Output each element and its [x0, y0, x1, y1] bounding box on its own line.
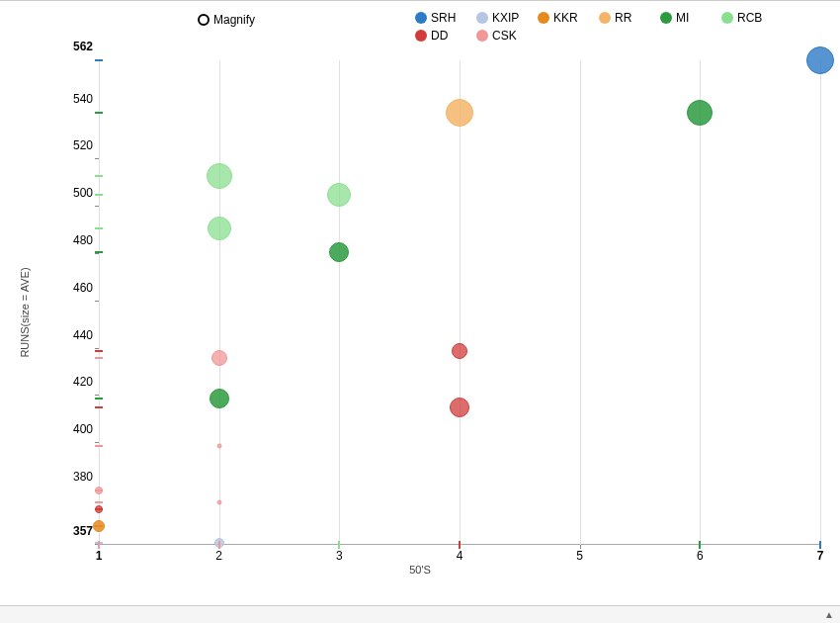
y-tick-mark [95, 301, 99, 302]
x-rug-mark [218, 541, 220, 549]
y-rug-mark [95, 445, 103, 447]
y-rug-mark [95, 490, 103, 491]
data-point-rr[interactable] [446, 99, 473, 127]
x-rug-mark [819, 541, 821, 549]
y-tick-mark [95, 253, 99, 254]
legend-label: DD [431, 29, 448, 43]
y-rug-mark [95, 357, 103, 359]
y-tick-label: 500 [73, 186, 99, 200]
y-tick-label: 380 [73, 470, 99, 484]
legend-dot-icon [415, 30, 427, 42]
data-point-rcb[interactable] [207, 163, 232, 189]
y-rug-mark [95, 112, 103, 114]
legend-label: MI [676, 11, 689, 25]
x-rug-mark [699, 541, 701, 549]
y-rug-mark [95, 398, 103, 400]
data-point-srh[interactable] [806, 46, 834, 74]
data-point-dd[interactable] [450, 398, 469, 417]
legend-dot-icon [599, 12, 611, 24]
y-tick-label: 420 [73, 375, 99, 389]
chart-container: Magnify SRHKXIPKKRRRMIRCBDDCSK RUNS(size… [0, 0, 840, 623]
x-rug-mark [98, 541, 100, 549]
y-tick-mark [95, 348, 99, 349]
y-tick-label: 440 [73, 328, 99, 342]
magnify-label: Magnify [213, 13, 255, 27]
y-rug-mark [95, 227, 103, 229]
gridline-v [339, 60, 340, 545]
legend-dot-icon [476, 30, 488, 42]
legend-label: RR [615, 11, 631, 25]
data-point-rcb[interactable] [208, 217, 231, 240]
legend-dot-icon [538, 12, 549, 24]
legend-item-srh[interactable]: SRH [415, 11, 462, 25]
y-axis-label: RUNS(size = AVE) [19, 267, 31, 357]
x-rug-mark [338, 541, 340, 549]
y-rug-mark [95, 406, 103, 408]
legend-item-kkr[interactable]: KKR [538, 11, 585, 25]
scroll-up-icon[interactable]: ▲ [824, 609, 834, 620]
y-tick-label: 460 [73, 281, 99, 295]
magnify-legend-item[interactable]: Magnify [198, 13, 255, 27]
data-point-mi[interactable] [329, 242, 349, 262]
y-rug-mark [95, 251, 103, 253]
legend-label: RCB [737, 11, 762, 25]
series-legend: SRHKXIPKKRRRMIRCBDDCSK [415, 11, 810, 43]
data-point-csk[interactable] [216, 499, 221, 504]
data-point-mi[interactable] [687, 100, 713, 126]
y-tick-label: 540 [73, 92, 99, 106]
gridline-v [460, 60, 461, 545]
y-rug-mark [95, 59, 103, 61]
data-point-csk[interactable] [216, 443, 221, 448]
gridline-v [99, 60, 100, 545]
data-point-rcb[interactable] [327, 183, 351, 207]
plot-area[interactable]: 1234567357380400420440460480500520540562 [99, 60, 820, 545]
data-point-csk[interactable] [211, 350, 227, 366]
y-tick-label: 562 [73, 40, 99, 53]
y-rug-mark [95, 508, 103, 510]
data-point-dd[interactable] [452, 343, 467, 359]
magnify-circle-icon [198, 14, 210, 26]
legend-label: KKR [553, 11, 578, 25]
y-rug-mark [95, 350, 103, 352]
y-tick-mark [95, 158, 99, 159]
legend-dot-icon [660, 12, 672, 24]
legend-dot-icon [476, 12, 488, 24]
legend-dot-icon [415, 12, 427, 24]
y-tick-mark [95, 442, 99, 443]
y-rug-mark [95, 525, 103, 527]
x-tick-label: 5 [576, 545, 583, 563]
legend-item-dd[interactable]: DD [415, 29, 462, 43]
legend-row: Magnify SRHKXIPKKRRRMIRCBDDCSK [0, 9, 840, 50]
legend-label: CSK [492, 29, 517, 43]
x-axis-label: 50'S [409, 564, 431, 576]
footer-bar: ▲ [0, 605, 840, 623]
y-tick-mark [95, 395, 99, 396]
y-tick-label: 480 [73, 233, 99, 247]
gridline-v [219, 60, 220, 545]
legend-dot-icon [721, 12, 733, 24]
y-rug-mark [95, 194, 103, 196]
y-tick-label: 400 [73, 422, 99, 436]
gridline-v [820, 60, 821, 545]
legend-item-rcb[interactable]: RCB [721, 11, 769, 25]
legend-item-rr[interactable]: RR [599, 11, 646, 25]
data-point-mi[interactable] [210, 389, 229, 408]
legend-item-csk[interactable]: CSK [476, 29, 524, 43]
legend-item-kxip[interactable]: KXIP [476, 11, 524, 25]
legend-label: SRH [431, 11, 456, 25]
legend-label: KXIP [492, 11, 519, 25]
y-rug-mark [95, 501, 103, 503]
gridline-v [700, 60, 701, 545]
gridline-v [580, 60, 581, 545]
y-rug-mark [95, 175, 103, 177]
x-rug-mark [459, 541, 461, 549]
legend-item-mi[interactable]: MI [660, 11, 708, 25]
y-tick-label: 520 [73, 138, 99, 152]
y-tick-mark [95, 206, 99, 207]
